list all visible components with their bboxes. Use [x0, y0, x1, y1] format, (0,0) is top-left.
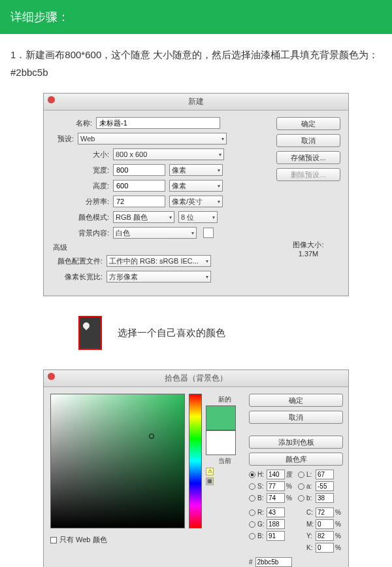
bitdepth-select[interactable]: 8 位 — [178, 211, 218, 223]
a-input[interactable] — [316, 481, 334, 491]
save-preset-button[interactable]: 存储预设... — [276, 151, 340, 164]
height-input[interactable] — [113, 180, 165, 192]
r-radio[interactable] — [249, 509, 255, 516]
picker-title: 拾色器（背景色） — [44, 370, 348, 387]
s-input[interactable] — [267, 481, 285, 491]
close-icon[interactable] — [48, 373, 55, 380]
websafe-warning-icon[interactable]: ▦ — [206, 477, 214, 485]
picker-cancel-button[interactable]: 取消 — [249, 411, 343, 424]
lab-b-radio[interactable] — [298, 495, 304, 502]
s-radio[interactable] — [249, 483, 255, 490]
dialog-title: 新建 — [44, 94, 348, 111]
colormode-label: 颜色模式: — [69, 213, 113, 222]
resolution-unit-select[interactable]: 像素/英寸 — [169, 196, 223, 207]
picker-ok-button[interactable]: 确定 — [249, 394, 343, 407]
profile-select[interactable]: 工作中的 RGB: sRGB IEC... — [106, 255, 211, 267]
advanced-label: 高级 — [53, 243, 271, 252]
g-radio[interactable] — [249, 521, 255, 528]
r-input[interactable] — [267, 507, 285, 517]
new-color-label: 新的 — [206, 395, 244, 404]
l-radio[interactable] — [298, 472, 304, 478]
color-libraries-button[interactable]: 颜色库 — [249, 453, 343, 466]
new-document-dialog: 新建 名称: 预设: Web 大小: 800 x 600 宽度: 像素 — [43, 93, 349, 296]
aspect-label: 像素长宽比: — [52, 272, 106, 282]
gamut-warning-icon[interactable]: ⚠ — [206, 468, 214, 475]
color-field[interactable] — [50, 394, 185, 528]
width-label: 宽度: — [69, 165, 113, 175]
imagesize-value: 1.37M — [276, 250, 340, 258]
step-1-text: 1．新建画布800*600，这个随意 大小随意的，然后选择油漆桶工具填充背景颜色… — [0, 34, 392, 93]
aspect-select[interactable]: 方形像素 — [106, 271, 211, 283]
bl-radio[interactable] — [249, 533, 255, 540]
hex-input[interactable] — [255, 557, 292, 567]
choose-color-text: 选择一个自己喜欢的颜色 — [118, 327, 225, 339]
bgcontent-select[interactable]: 白色 — [113, 227, 197, 239]
h-radio[interactable] — [249, 472, 255, 478]
height-unit-select[interactable]: 像素 — [169, 180, 223, 192]
width-input[interactable] — [113, 164, 165, 176]
b-radio[interactable] — [249, 495, 255, 502]
preset-select[interactable]: Web — [78, 133, 227, 145]
imagesize-label: 图像大小: — [276, 240, 340, 250]
add-swatch-button[interactable]: 添加到色板 — [249, 436, 343, 449]
webonly-label: 只有 Web 颜色 — [59, 535, 107, 545]
delete-preset-button: 删除预设... — [276, 168, 340, 181]
m-input[interactable] — [316, 519, 334, 529]
l-input[interactable] — [316, 470, 334, 479]
hue-slider[interactable] — [189, 394, 202, 528]
g-input[interactable] — [267, 519, 285, 529]
name-label: 名称: — [52, 118, 96, 128]
webonly-checkbox[interactable] — [50, 537, 57, 543]
new-color-swatch — [206, 405, 236, 430]
name-input[interactable] — [96, 117, 220, 129]
h-input[interactable] — [267, 470, 285, 479]
page-header: 详细步骤： — [0, 0, 392, 34]
paint-bucket-tool-icon — [78, 316, 102, 350]
height-label: 高度: — [69, 181, 113, 191]
ok-button[interactable]: 确定 — [276, 117, 340, 130]
preset-label: 预设: — [52, 134, 78, 144]
bgcolor-swatch[interactable] — [203, 228, 214, 238]
close-icon[interactable] — [48, 96, 55, 103]
color-picker-dialog: 拾色器（背景色） 新的 当前 ⚠ ▦ 只有 Web 颜色 确定 — [43, 369, 349, 567]
a-radio[interactable] — [298, 483, 304, 490]
lab-b-input[interactable] — [316, 493, 334, 503]
colormode-select[interactable]: RGB 颜色 — [113, 211, 174, 223]
width-unit-select[interactable]: 像素 — [169, 164, 223, 176]
bl-input[interactable] — [267, 531, 285, 541]
c-input[interactable] — [316, 507, 334, 517]
resolution-input[interactable] — [113, 196, 165, 207]
bgcontent-label: 背景内容: — [69, 228, 113, 238]
k-input[interactable] — [316, 543, 334, 553]
resolution-label: 分辨率: — [69, 197, 113, 207]
b-input[interactable] — [267, 493, 285, 503]
size-label: 大小: — [69, 150, 113, 160]
current-color-label: 当前 — [206, 456, 244, 466]
current-color-swatch — [206, 430, 236, 455]
color-cursor-icon — [149, 434, 154, 439]
profile-label: 颜色配置文件: — [52, 256, 106, 266]
cancel-button[interactable]: 取消 — [276, 134, 340, 147]
y-input[interactable] — [316, 531, 334, 541]
size-select[interactable]: 800 x 600 — [113, 148, 224, 160]
